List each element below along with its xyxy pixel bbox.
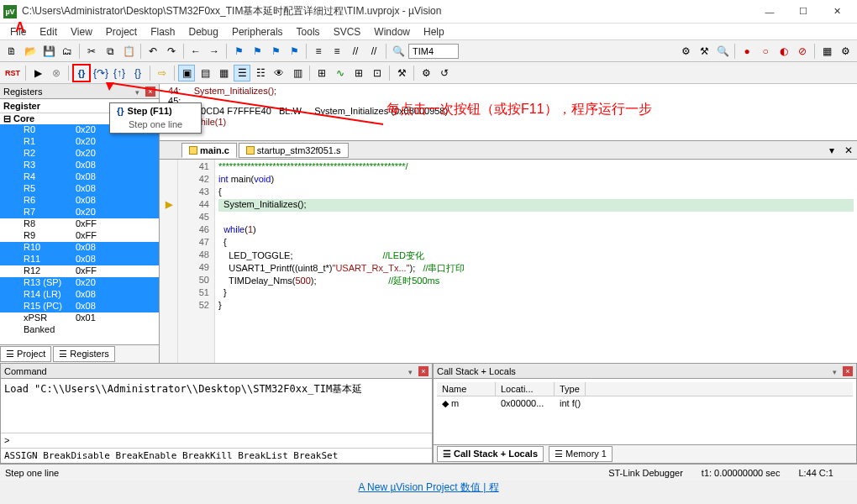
debug-restore-icon[interactable]: ↺ [436, 65, 453, 81]
nav-back-icon[interactable]: ← [187, 43, 204, 60]
pin-icon[interactable] [408, 366, 417, 375]
register-row[interactable]: R40x08 [0, 171, 159, 183]
indent-icon[interactable]: ≡ [310, 43, 327, 60]
debug-icon[interactable]: 🔍 [714, 43, 731, 60]
register-row[interactable]: R90xFF [0, 230, 159, 242]
maximize-button[interactable]: ☐ [786, 2, 820, 22]
undo-icon[interactable]: ↶ [145, 43, 161, 60]
bookmark-clear-icon[interactable]: ⚑ [286, 43, 302, 60]
register-row[interactable]: xPSR0x01 [0, 312, 159, 324]
debug-settings-icon[interactable]: ⚙ [418, 65, 434, 81]
callstack-tab[interactable]: ☰ Call Stack + Locals [437, 446, 544, 462]
step-button[interactable]: {} [72, 64, 91, 82]
disasm-window-icon[interactable]: ▤ [197, 65, 213, 81]
callstack-window-icon[interactable]: ☷ [252, 65, 269, 81]
register-row[interactable]: R13 (SP)0x20 [0, 277, 159, 289]
pin-icon[interactable] [833, 366, 841, 375]
file-tab[interactable]: startup_stm32f051.s [239, 143, 349, 158]
build-icon[interactable]: ⚙ [677, 43, 694, 60]
cut-icon[interactable]: ✂ [83, 43, 100, 60]
bookmark-icon[interactable]: ⚑ [230, 43, 247, 60]
open-file-icon[interactable]: 📂 [22, 43, 39, 60]
run-button[interactable]: ▶ [29, 65, 46, 81]
watch-window-icon[interactable]: 👁 [271, 65, 287, 81]
file-tab[interactable]: main.c [181, 143, 237, 158]
outdent-icon[interactable]: ≡ [329, 43, 345, 60]
menu-edit[interactable]: Edit [33, 24, 64, 39]
menu-help[interactable]: Help [417, 24, 451, 39]
breakpoint-kill-icon[interactable]: ⊘ [794, 43, 811, 60]
register-row[interactable]: R14 (LR)0x08 [0, 289, 159, 301]
target-combo[interactable]: TIM4 [408, 44, 459, 59]
tab-dropdown-icon[interactable]: ▾ [823, 142, 840, 159]
stop-button[interactable]: ⊗ [48, 65, 65, 81]
save-all-icon[interactable]: 🗂 [59, 43, 76, 60]
menu-tools[interactable]: Tools [290, 24, 327, 39]
comment-icon[interactable]: // [347, 43, 364, 60]
register-row[interactable]: R100x08 [0, 242, 159, 254]
breakpoint-enable-icon[interactable]: ○ [757, 43, 774, 60]
callstack-tab[interactable]: ☰ Memory 1 [549, 446, 613, 462]
analysis-window-icon[interactable]: ∿ [332, 65, 349, 81]
register-row[interactable]: R10x20 [0, 136, 159, 148]
register-row[interactable]: R110x08 [0, 254, 159, 265]
step-over-button[interactable]: {↷} [92, 65, 109, 81]
register-row[interactable]: R30x08 [0, 160, 159, 171]
register-row[interactable]: Banked [0, 324, 159, 336]
pin-icon[interactable] [135, 87, 144, 95]
command-input[interactable]: > [1, 433, 432, 448]
reset-button[interactable]: RST [3, 65, 22, 81]
step-out-button[interactable]: {↑} [111, 65, 128, 81]
panel-tab-project[interactable]: ☰ Project [0, 346, 51, 362]
panel-close-icon[interactable]: × [145, 87, 155, 97]
save-icon[interactable]: 💾 [40, 43, 57, 60]
tab-close-icon[interactable]: ✕ [840, 142, 857, 159]
menu-flash[interactable]: Flash [144, 24, 181, 39]
menu-file[interactable]: File [3, 24, 33, 39]
menu-debug[interactable]: Debug [182, 24, 225, 39]
disassembly-view[interactable]: 44: System_Initializes(); 45: ⇨0x08000CD… [160, 84, 857, 141]
toolbox-icon[interactable]: ⚒ [393, 65, 410, 81]
menu-view[interactable]: View [64, 24, 99, 39]
register-row[interactable]: R120xFF [0, 265, 159, 277]
rebuild-icon[interactable]: ⚒ [696, 43, 712, 60]
registers-window-icon[interactable]: ☰ [234, 65, 250, 81]
footer-link[interactable]: A New µVision Project 数值 | 程 [0, 480, 857, 495]
uncomment-icon[interactable]: // [365, 43, 382, 60]
panel-close-icon[interactable]: × [843, 366, 853, 376]
breakpoint-insert-icon[interactable]: ● [739, 43, 755, 60]
menu-window[interactable]: Window [367, 24, 417, 39]
callstack-column-header[interactable]: Name [437, 382, 496, 396]
redo-icon[interactable]: ↷ [163, 43, 180, 60]
system-viewer-icon[interactable]: ⊡ [369, 65, 386, 81]
menu-peripherals[interactable]: Peripherals [225, 24, 290, 39]
menu-svcs[interactable]: SVCS [327, 24, 368, 39]
paste-icon[interactable]: 📋 [120, 43, 137, 60]
config-icon[interactable]: ⚙ [837, 43, 854, 60]
register-row[interactable]: R70x20 [0, 207, 159, 218]
register-row[interactable]: R20x20 [0, 148, 159, 160]
bookmark-next-icon[interactable]: ⚑ [267, 43, 284, 60]
copy-icon[interactable]: ⧉ [102, 43, 118, 60]
register-row[interactable]: R80xFF [0, 218, 159, 230]
new-file-icon[interactable]: 🗎 [3, 43, 20, 60]
breakpoint-disable-icon[interactable]: ◐ [776, 43, 792, 60]
callstack-column-header[interactable]: Type [555, 382, 586, 396]
menu-project[interactable]: Project [99, 24, 144, 39]
show-next-icon[interactable]: ⇨ [154, 65, 171, 81]
command-window-icon[interactable]: ▣ [178, 65, 195, 81]
panel-tab-registers[interactable]: ☰ Registers [53, 346, 115, 362]
callstack-column-header[interactable]: Locati... [496, 382, 555, 396]
window-icon[interactable]: ▦ [818, 43, 835, 60]
code-editor[interactable]: ▶ 414243444546474849505152 *************… [160, 160, 857, 363]
find-icon[interactable]: 🔍 [390, 43, 407, 60]
symbols-window-icon[interactable]: ▦ [215, 65, 232, 81]
register-row[interactable]: R60x08 [0, 195, 159, 207]
trace-window-icon[interactable]: ⊞ [350, 65, 367, 81]
register-row[interactable]: R50x08 [0, 183, 159, 195]
panel-close-icon[interactable]: × [418, 366, 428, 376]
memory-window-icon[interactable]: ▥ [289, 65, 306, 81]
callstack-row[interactable]: ◆ m 0x00000... int f() [437, 396, 853, 411]
register-row[interactable]: R15 (PC)0x08 [0, 301, 159, 312]
nav-fwd-icon[interactable]: → [206, 43, 223, 60]
